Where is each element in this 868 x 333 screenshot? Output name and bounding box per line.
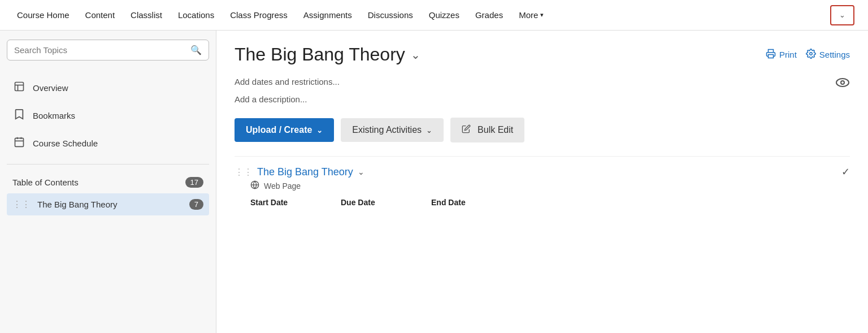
add-dates-link[interactable]: Add dates and restrictions... xyxy=(235,77,340,87)
buttons-row: Upload / Create ⌄ Existing Activities ⌄ … xyxy=(235,118,850,142)
search-input[interactable] xyxy=(14,45,190,55)
nav-classlist[interactable]: Classlist xyxy=(123,0,170,31)
nav-grades[interactable]: Grades xyxy=(467,0,511,31)
nav-locations[interactable]: Locations xyxy=(170,0,222,31)
svg-rect-3 xyxy=(15,138,24,146)
drag-handle-icon: ⋮⋮ xyxy=(12,199,31,210)
due-date-label: Due Date xyxy=(341,198,431,207)
content-list-item: ⋮⋮ The Big Bang Theory ⌄ ✓ Web Page Star… xyxy=(235,156,850,216)
content-header: The Big Bang Theory ⌄ Print xyxy=(235,44,850,65)
top-right-chevron-icon: ⌄ xyxy=(839,11,845,19)
bulk-edit-button[interactable]: Bulk Edit xyxy=(450,118,524,142)
nav-assignments[interactable]: Assignments xyxy=(296,0,360,31)
svg-point-9 xyxy=(836,79,849,87)
upload-create-button[interactable]: Upload / Create ⌄ xyxy=(235,118,334,142)
nav-course-home[interactable]: Course Home xyxy=(9,0,77,31)
active-item-badge: 7 xyxy=(189,199,203,210)
top-nav: Course Home Content Classlist Locations … xyxy=(0,0,868,31)
list-drag-handle-icon: ⋮⋮ xyxy=(235,167,253,178)
existing-activities-button[interactable]: Existing Activities ⌄ xyxy=(341,118,444,142)
svg-rect-0 xyxy=(15,83,24,91)
print-link[interactable]: Print xyxy=(766,49,797,60)
list-item-chevron-icon[interactable]: ⌄ xyxy=(358,167,364,176)
list-item-meta: Web Page xyxy=(250,180,850,191)
list-item-dates: Start Date Due Date End Date xyxy=(250,198,850,207)
nav-content[interactable]: Content xyxy=(77,0,123,31)
existing-activities-chevron-icon: ⌄ xyxy=(426,126,432,135)
settings-icon xyxy=(806,49,816,60)
content-area: The Big Bang Theory ⌄ Print xyxy=(216,31,868,333)
sidebar-item-course-schedule[interactable]: Course Schedule xyxy=(7,129,209,157)
sidebar: 🔍 Overview Bookmarks xyxy=(0,31,216,333)
nav-discussions[interactable]: Discussions xyxy=(360,0,421,31)
upload-create-chevron-icon: ⌄ xyxy=(316,126,323,135)
globe-icon xyxy=(250,180,259,191)
nav-quizzes[interactable]: Quizzes xyxy=(421,0,467,31)
start-date-label: Start Date xyxy=(250,198,341,207)
sidebar-item-overview[interactable]: Overview xyxy=(7,74,209,102)
end-date-label: End Date xyxy=(431,198,522,207)
svg-rect-7 xyxy=(768,55,773,58)
search-box[interactable]: 🔍 xyxy=(7,40,209,60)
overview-icon xyxy=(12,81,26,95)
pencil-icon xyxy=(462,124,471,136)
sidebar-toc-section: Table of Contents 17 xyxy=(7,171,209,193)
list-item-title[interactable]: The Big Bang Theory xyxy=(257,166,353,178)
search-icon[interactable]: 🔍 xyxy=(190,45,202,55)
content-actions: Print Settings xyxy=(766,49,850,60)
nav-class-progress[interactable]: Class Progress xyxy=(222,0,296,31)
nav-more[interactable]: More ▾ xyxy=(511,0,552,31)
print-icon xyxy=(766,49,776,60)
checkmark-icon: ✓ xyxy=(841,166,850,178)
add-description-link[interactable]: Add a description... xyxy=(235,94,850,104)
top-right-dropdown-button[interactable]: ⌄ xyxy=(830,5,854,25)
settings-link[interactable]: Settings xyxy=(806,49,850,60)
sidebar-item-bookmarks[interactable]: Bookmarks xyxy=(7,102,209,129)
title-chevron-icon[interactable]: ⌄ xyxy=(411,48,420,62)
content-title: The Big Bang Theory ⌄ xyxy=(235,44,420,65)
eye-icon[interactable] xyxy=(835,76,850,91)
main-layout: 🔍 Overview Bookmarks xyxy=(0,31,868,333)
sidebar-active-item[interactable]: ⋮⋮ The Big Bang Theory 7 xyxy=(7,193,209,215)
sidebar-divider xyxy=(7,164,209,165)
toc-badge: 17 xyxy=(185,177,203,188)
more-chevron-icon: ▾ xyxy=(540,11,544,19)
calendar-icon xyxy=(12,136,26,150)
bookmark-icon xyxy=(12,109,26,123)
svg-point-10 xyxy=(841,81,844,84)
svg-point-8 xyxy=(810,53,813,55)
